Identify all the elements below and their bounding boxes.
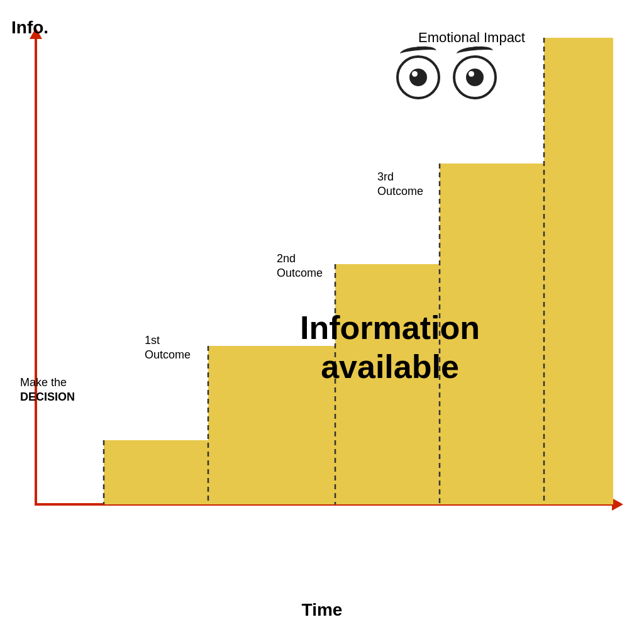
label-make-decision: Make the DECISION	[20, 375, 75, 405]
label-1st-outcome: 1st Outcome	[145, 333, 191, 363]
x-axis-label: Time	[302, 600, 343, 620]
info-available-label: Information available	[270, 308, 509, 387]
right-eye	[453, 55, 497, 99]
left-eye	[396, 55, 440, 99]
left-pupil	[409, 69, 427, 86]
eyes-container	[396, 55, 497, 99]
right-pupil	[466, 69, 484, 86]
chart-container: Info. Time Make the DECISION 1st Outcome…	[0, 0, 644, 644]
y-axis-label: Info.	[11, 18, 48, 38]
label-2nd-outcome: 2nd Outcome	[277, 252, 323, 281]
svg-marker-0	[104, 38, 613, 504]
staircase-chart	[35, 38, 613, 504]
label-emotional-impact: Emotional Impact	[402, 30, 541, 46]
label-3rd-outcome: 3rd Outcome	[377, 170, 423, 199]
